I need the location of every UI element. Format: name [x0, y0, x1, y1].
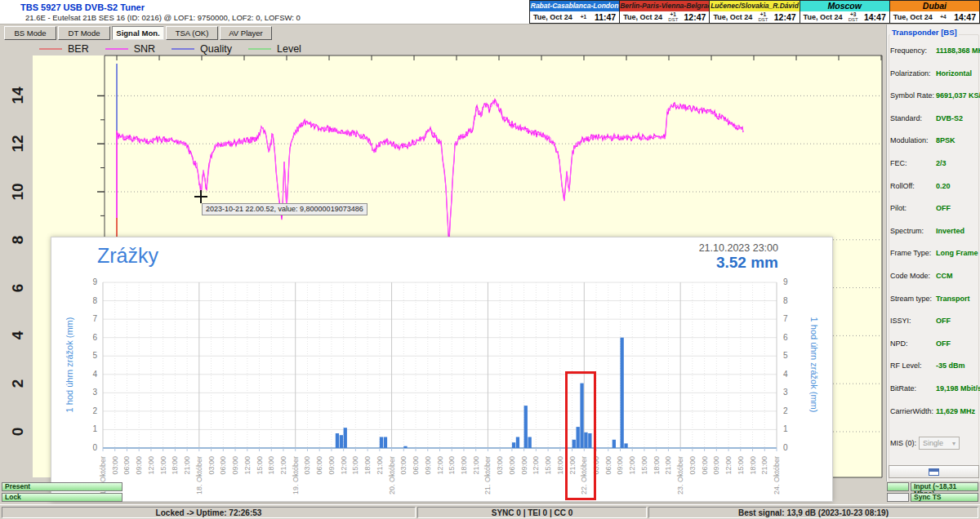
- svg-text:09:00: 09:00: [135, 456, 143, 475]
- y-axis-tick-label: 14: [9, 83, 27, 108]
- svg-text:06:00: 06:00: [122, 456, 131, 475]
- field-label: Frame Type:: [890, 249, 936, 257]
- svg-text:15:00: 15:00: [544, 456, 552, 475]
- y-axis-tick-label: 4: [9, 323, 27, 348]
- field-value: Long Frame: [936, 249, 978, 257]
- collapse-panel-button[interactable]: [889, 465, 979, 478]
- svg-text:0: 0: [92, 443, 97, 452]
- clock-utc-offset: +4: [940, 15, 946, 20]
- sync-level-bar: [887, 493, 909, 502]
- window-icon: [929, 468, 939, 476]
- legend-label: SNR: [134, 43, 155, 55]
- field-value: 9691,037 KS/s: [936, 91, 980, 100]
- clock-time-row: Tue, Oct 24+414:47: [890, 11, 979, 23]
- transponder-field-standard: Standard:DVB-S2: [890, 114, 978, 122]
- svg-text:18:00: 18:00: [556, 456, 564, 475]
- app-title: TBS 5927 USB DVB-S2 Tuner: [20, 2, 145, 12]
- transponder-field-fec: FEC:2/3: [890, 159, 978, 167]
- clock-dst-flag: DST: [849, 17, 858, 22]
- field-label: Frequency:: [890, 47, 936, 55]
- field-label: Polarization:: [890, 69, 936, 78]
- field-value: OFF: [936, 317, 951, 325]
- svg-text:03:00: 03:00: [688, 456, 697, 475]
- uptime-status: Locked -> Uptime: 72:26:53: [2, 507, 416, 518]
- field-label: Pilot:: [890, 204, 936, 212]
- svg-text:06:00: 06:00: [315, 456, 323, 475]
- clock-time-row: Tue, Oct 24+1DST12:47: [620, 11, 709, 23]
- clock-utc-offset: +3DST: [849, 12, 858, 23]
- input-bitrate-indicator: Input (~18,31 Mbps): [911, 482, 978, 491]
- y-axis-tick-label: 10: [9, 180, 27, 204]
- transponder-field-npd: NPD:OFF: [890, 339, 978, 348]
- clock-time-value: 14:47: [954, 12, 976, 22]
- clock-date: Tue, Oct 24: [893, 13, 933, 21]
- clock-date: Tue, Oct 24: [804, 13, 843, 21]
- y-axis-tick-label: 6: [9, 276, 27, 300]
- svg-text:12:00: 12:00: [532, 456, 540, 475]
- transponder-field-polarization: Polarization:Horizontal: [890, 69, 978, 78]
- svg-text:03:00: 03:00: [303, 456, 311, 475]
- svg-text:8: 8: [783, 296, 788, 305]
- clock-time-row: Tue, Oct 24+111:47: [530, 11, 619, 23]
- field-label: RollOff:: [890, 182, 936, 190]
- legend-item-ber: BER: [39, 43, 89, 55]
- svg-text:09:00: 09:00: [231, 456, 239, 475]
- svg-text:19. Október: 19. Október: [292, 456, 300, 495]
- clock-city-label: Moscow: [800, 1, 889, 11]
- transponder-field-pilot: Pilot:OFF: [890, 204, 978, 212]
- tab-tsa-ok-[interactable]: TSA (OK): [166, 26, 218, 40]
- tab-av-player[interactable]: AV Player: [220, 26, 272, 40]
- transponder-field-spectrum: Spectrum:Inverted: [890, 227, 978, 235]
- tab-dt-mode[interactable]: DT Mode: [58, 26, 110, 40]
- clock-city-label: Dubai: [890, 1, 979, 11]
- field-value: Inverted: [936, 227, 964, 235]
- tab-signal-mon-[interactable]: Signal Mon.: [112, 26, 164, 40]
- clock-utc-offset: +1DST: [668, 12, 678, 23]
- field-value: DVB-S2: [936, 114, 963, 122]
- svg-text:15:00: 15:00: [159, 456, 167, 475]
- svg-text:7: 7: [92, 314, 97, 323]
- field-label: Spectrum:: [890, 227, 936, 235]
- transponder-field-issyi: ISSYI:OFF: [890, 317, 978, 325]
- clock-berlin-paris-vienna-belgrade: Berlin-Paris-Vienna-BelgradeTue, Oct 24+…: [619, 1, 709, 23]
- transponder-field-symbolrate: Symbol Rate:9691,037 KS/s: [890, 91, 978, 100]
- transponder-field-streamtype: Stream type:Transport: [890, 295, 978, 303]
- legend-line-swatch: [105, 48, 128, 50]
- transponder-field-frequency: Frequency:11188,368 MHz: [890, 47, 978, 55]
- tab-bs-mode[interactable]: BS Mode: [4, 26, 56, 40]
- transponder-field-rolloff: RollOff:0.20: [890, 182, 978, 190]
- svg-text:06:00: 06:00: [604, 456, 612, 475]
- legend-line-swatch: [39, 48, 62, 50]
- svg-text:3: 3: [92, 388, 97, 397]
- mis-dropdown[interactable]: Single ▾: [919, 437, 960, 450]
- title-bar: TBS 5927 USB DVB-S2 Tuner 21.6E - Eutels…: [0, 0, 980, 24]
- transponder-field-codemode: Code Mode:CCM: [890, 272, 978, 280]
- clock-date: Tue, Oct 24: [533, 13, 572, 21]
- svg-text:23. Október: 23. Október: [676, 456, 684, 495]
- svg-text:9: 9: [92, 277, 97, 286]
- field-label: BitRate:: [890, 384, 936, 393]
- svg-text:15:00: 15:00: [448, 456, 456, 475]
- svg-text:09:00: 09:00: [520, 456, 528, 475]
- svg-text:15:00: 15:00: [640, 456, 648, 475]
- svg-text:12:00: 12:00: [340, 456, 348, 475]
- svg-text:18:00: 18:00: [653, 456, 661, 475]
- clock-utc-offset: +1DST: [759, 12, 768, 23]
- field-value: 19,198 Mbit/s: [936, 384, 980, 393]
- clock-date: Tue, Oct 24: [713, 13, 752, 21]
- transponder-field-rflevel: RF Level:-35 dBm: [890, 362, 978, 370]
- field-value: Transport: [936, 295, 970, 303]
- rain-bars-svg: 0011223344556677889917. Október03:0006:0…: [51, 237, 834, 503]
- svg-text:2: 2: [92, 406, 97, 415]
- clock-time-value: 14:47: [864, 12, 886, 22]
- clock-time-value: 12:47: [684, 12, 706, 22]
- chevron-down-icon: ▾: [952, 440, 956, 447]
- field-value: 11188,368 MHz: [936, 47, 980, 55]
- legend-item-level: Level: [248, 43, 301, 55]
- input-level-bar: [887, 482, 909, 491]
- svg-text:12:00: 12:00: [628, 456, 636, 475]
- field-label: ISSYI:: [890, 317, 936, 325]
- svg-text:1: 1: [92, 424, 97, 433]
- svg-text:1 hod úhrn zrážok (mm): 1 hod úhrn zrážok (mm): [65, 317, 74, 413]
- transponder-field-frametype: Frame Type:Long Frame: [890, 249, 978, 257]
